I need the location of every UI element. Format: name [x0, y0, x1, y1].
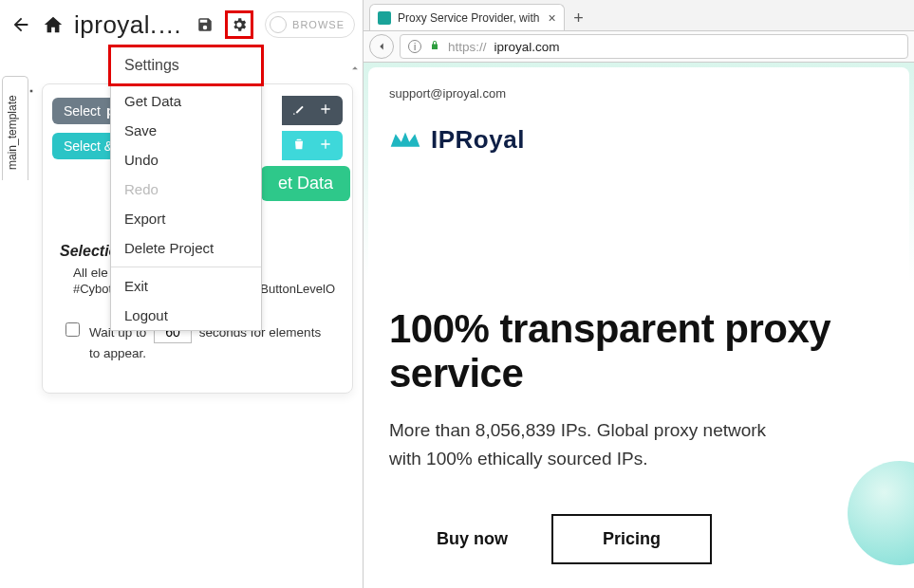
settings-header: Settings — [108, 45, 264, 86]
project-title: iproyal.c... — [72, 10, 187, 40]
crown-icon — [389, 129, 421, 152]
browser-tab-bar: Proxy Service Provider, with × + — [364, 0, 914, 30]
plus-icon[interactable] — [318, 137, 333, 155]
brand-name: IPRoyal — [431, 125, 525, 155]
pricing-button[interactable]: Pricing — [551, 514, 712, 564]
wand-icon[interactable] — [291, 101, 307, 119]
hero-headline: 100% transparent proxy service — [389, 306, 888, 395]
gear-icon[interactable] — [231, 16, 248, 33]
settings-menu: Settings Get Data Save Undo Redo Export … — [110, 46, 262, 331]
address-bar: i https://iproyal.com — [364, 30, 914, 63]
close-tab-icon[interactable]: × — [548, 10, 555, 26]
url-host: iproyal.com — [494, 40, 560, 54]
lock-icon — [429, 40, 440, 54]
brand-logo[interactable]: IPRoyal — [389, 125, 888, 155]
menu-exit[interactable]: Exit — [111, 271, 261, 301]
page-viewport: support@iproyal.com IPRoyal 100% transpa… — [364, 63, 914, 588]
favicon-icon — [378, 11, 391, 25]
menu-logout[interactable]: Logout — [111, 301, 261, 330]
home-icon[interactable] — [40, 11, 66, 38]
info-icon: i — [408, 40, 421, 53]
trash-icon[interactable] — [291, 137, 307, 155]
buy-now-link[interactable]: Buy now — [437, 529, 508, 549]
back-arrow-icon[interactable] — [8, 11, 34, 38]
wait-checkbox[interactable] — [65, 322, 80, 337]
menu-undo[interactable]: Undo — [111, 145, 261, 175]
save-icon[interactable] — [193, 12, 217, 37]
plus-icon[interactable] — [318, 101, 333, 119]
get-data-button[interactable]: et Data — [261, 166, 350, 201]
select-pagination-actions — [282, 96, 343, 125]
url-scheme: https:// — [448, 40, 487, 54]
browse-label: BROWSE — [292, 19, 345, 30]
toggle-knob — [270, 16, 287, 33]
settings-gear-highlight — [225, 10, 253, 39]
browser-tab[interactable]: Proxy Service Provider, with × — [369, 4, 565, 30]
browser-back-icon[interactable] — [369, 34, 394, 59]
url-input[interactable]: i https://iproyal.com — [400, 34, 908, 59]
menu-export[interactable]: Export — [111, 204, 261, 233]
menu-get-data[interactable]: Get Data — [111, 86, 261, 116]
hero-subcopy: More than 8,056,839 IPs. Global proxy ne… — [389, 416, 797, 472]
browse-toggle[interactable]: BROWSE — [265, 11, 355, 38]
select-apply-actions — [282, 131, 343, 160]
new-tab-button[interactable]: + — [567, 6, 591, 30]
menu-save[interactable]: Save — [111, 116, 261, 145]
support-email[interactable]: support@iproyal.com — [389, 86, 888, 101]
menu-delete-project[interactable]: Delete Project — [111, 233, 261, 263]
tab-title: Proxy Service Provider, with — [398, 11, 539, 25]
menu-divider — [111, 266, 261, 267]
menu-redo: Redo — [111, 175, 261, 204]
